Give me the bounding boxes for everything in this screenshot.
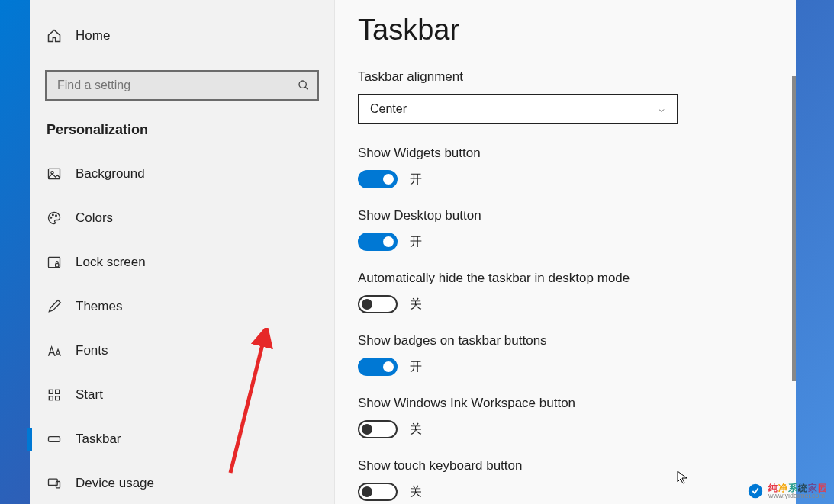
- svg-point-6: [56, 215, 57, 217]
- sidebar-item-fonts[interactable]: Fonts: [30, 329, 334, 373]
- toggle-state: 关: [410, 422, 422, 438]
- home-icon: [47, 28, 62, 43]
- toggle-switch[interactable]: [358, 483, 398, 501]
- watermark-icon: [747, 483, 764, 499]
- lock-icon: [47, 255, 62, 270]
- toggle-state: 关: [410, 484, 422, 500]
- nav-label: Fonts: [76, 343, 108, 358]
- search-input[interactable]: [45, 70, 319, 101]
- svg-line-1: [305, 87, 308, 89]
- toggle-row: 关: [358, 295, 773, 313]
- nav-list: BackgroundColorsLock screenThemesFontsSt…: [30, 152, 334, 504]
- svg-point-5: [53, 214, 54, 216]
- sidebar-item-taskbar[interactable]: Taskbar: [30, 417, 334, 461]
- toggle-state: 开: [410, 234, 422, 250]
- toggle-label: Show Desktop button: [358, 208, 773, 223]
- toggle-row: 开: [358, 233, 773, 251]
- svg-rect-2: [49, 169, 60, 178]
- svg-rect-9: [49, 390, 53, 393]
- alignment-dropdown[interactable]: Center: [358, 94, 678, 124]
- toggle-state: 开: [410, 172, 422, 188]
- setting-3: Show badges on taskbar buttons开: [358, 333, 773, 376]
- nav-label: Themes: [76, 299, 122, 314]
- nav-label: Start: [76, 387, 103, 403]
- alignment-value: Center: [370, 102, 407, 116]
- setting-5: Show touch keyboard button关: [358, 458, 773, 501]
- toggle-label: Automatically hide the taskbar in deskto…: [358, 271, 773, 286]
- watermark-sub: www.yidaimei.com: [768, 493, 828, 499]
- nav-label: Device usage: [76, 476, 154, 491]
- sidebar-item-start[interactable]: Start: [30, 373, 334, 417]
- setting-0: Show Widgets button开: [358, 146, 773, 188]
- toggle-row: 关: [358, 420, 773, 438]
- setting-4: Show Windows Ink Workspace button关: [358, 396, 773, 438]
- watermark-main: 纯净系统家园: [768, 483, 828, 493]
- toggle-switch[interactable]: [358, 358, 398, 376]
- sidebar: Home Personalization BackgroundColorsLoc…: [30, 0, 335, 504]
- scrollbar[interactable]: [792, 76, 796, 381]
- svg-point-4: [50, 217, 52, 218]
- sidebar-item-device-usage[interactable]: Device usage: [30, 461, 334, 504]
- brush-icon: [47, 299, 62, 314]
- settings-window: Home Personalization BackgroundColorsLoc…: [30, 0, 796, 504]
- grid-icon: [47, 387, 62, 403]
- toggle-label: Show badges on taskbar buttons: [358, 333, 773, 348]
- font-icon: [47, 343, 62, 358]
- toggle-state: 开: [410, 359, 422, 375]
- toggle-row: 开: [358, 170, 773, 188]
- toggles-container: Show Widgets button开Show Desktop button开…: [358, 146, 773, 501]
- nav-label: Lock screen: [76, 255, 146, 270]
- sidebar-item-colors[interactable]: Colors: [30, 196, 334, 240]
- toggle-row: 开: [358, 358, 773, 376]
- toggle-label: Show Widgets button: [358, 146, 773, 161]
- svg-rect-15: [56, 482, 60, 488]
- image-icon: [47, 166, 62, 181]
- home-label: Home: [76, 28, 110, 43]
- toggle-switch[interactable]: [358, 420, 398, 438]
- sidebar-item-themes[interactable]: Themes: [30, 284, 334, 329]
- setting-1: Show Desktop button开: [358, 208, 773, 251]
- alignment-label: Taskbar alignment: [358, 69, 773, 85]
- search-field-wrap: [45, 70, 319, 101]
- toggle-switch[interactable]: [358, 295, 398, 313]
- svg-rect-13: [49, 437, 60, 442]
- toggle-switch[interactable]: [358, 233, 398, 251]
- toggle-label: Show touch keyboard button: [358, 458, 773, 474]
- page-title: Taskbar: [358, 14, 773, 47]
- category-title: Personalization: [30, 101, 334, 152]
- nav-label: Taskbar: [76, 432, 121, 447]
- search-icon: [298, 79, 310, 91]
- svg-point-0: [299, 81, 306, 88]
- toggle-state: 关: [410, 297, 422, 313]
- sidebar-item-lock-screen[interactable]: Lock screen: [30, 240, 334, 284]
- nav-label: Colors: [76, 210, 113, 226]
- svg-rect-8: [56, 264, 59, 267]
- content-area: Taskbar Taskbar alignment Center Show Wi…: [335, 0, 796, 504]
- nav-label: Background: [76, 166, 145, 181]
- toggle-switch[interactable]: [358, 170, 398, 188]
- chevron-down-icon: [657, 104, 666, 114]
- home-nav[interactable]: Home: [30, 20, 334, 52]
- sidebar-item-background[interactable]: Background: [30, 152, 334, 196]
- svg-rect-11: [49, 396, 53, 400]
- svg-rect-10: [56, 390, 60, 393]
- device-icon: [47, 476, 62, 491]
- setting-2: Automatically hide the taskbar in deskto…: [358, 271, 773, 313]
- toggle-row: 关: [358, 483, 773, 501]
- palette-icon: [47, 210, 62, 226]
- svg-rect-12: [56, 396, 60, 400]
- taskbar-icon: [47, 432, 62, 447]
- watermark: 纯净系统家园 www.yidaimei.com: [747, 483, 828, 499]
- toggle-label: Show Windows Ink Workspace button: [358, 396, 773, 411]
